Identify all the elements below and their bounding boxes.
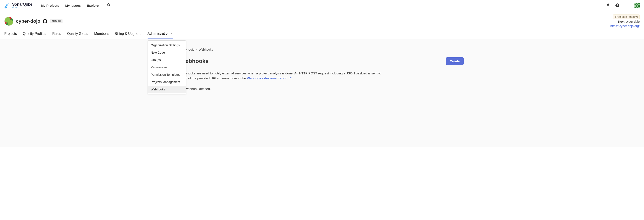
administration-dropdown: Organization SettingsNew CodeGroupsPermi… [148,40,186,94]
github-icon[interactable] [43,19,47,23]
breadcrumb-current: Webhooks [199,48,213,51]
breadcrumb: cyber-dojo Webhooks [180,48,464,51]
admin-menu-item[interactable]: Projects Management [148,78,186,86]
external-link-icon [289,76,292,81]
avatar[interactable] [634,3,640,8]
top-tools: ? [606,3,640,8]
page-description: Webhooks are used to notify external ser… [180,71,388,81]
org-meta: Free plan (legacy) Key: cyber-dojo https… [610,14,640,28]
logo-text-2: Qube [23,2,32,6]
tab-projects[interactable]: Projects [4,32,17,39]
tab-quality-gates[interactable]: Quality Gates [67,32,88,39]
admin-menu-item[interactable]: Organization Settings [148,42,186,49]
logo[interactable]: SonarQube cloud [4,2,32,9]
search-icon[interactable] [107,3,111,8]
admin-menu-item[interactable]: Webhooks [148,86,186,93]
tab-members[interactable]: Members [94,32,109,39]
svg-point-1 [107,4,110,6]
top-bar: SonarQube cloud My Projects My Issues Ex… [0,0,644,11]
create-button[interactable]: Create [446,57,464,65]
svg-line-2 [109,6,110,6]
org-name: cyber-dojo [16,18,40,24]
tab-quality-profiles[interactable]: Quality Profiles [23,32,46,39]
plus-icon[interactable] [625,3,629,8]
admin-menu-item[interactable]: Permissions [148,64,186,71]
chevron-right-icon [196,48,197,51]
org-key: Key: cyber-dojo [610,20,640,23]
tab-administration[interactable]: Administration Organization SettingsNew … [148,32,173,39]
org-url-link[interactable]: https://cyber-dojo.org/ [610,24,640,28]
admin-menu-item[interactable]: Groups [148,56,186,64]
logo-sub: cloud [12,6,32,9]
sonarqube-icon [4,2,11,9]
help-icon[interactable]: ? [616,4,619,7]
nav-my-issues[interactable]: My Issues [65,4,81,7]
nav-explore[interactable]: Explore [87,4,99,7]
tab-rules[interactable]: Rules [52,32,61,39]
org-tabs: Projects Quality Profiles Rules Quality … [4,32,640,39]
docs-link[interactable]: Webhooks documentation [247,76,292,80]
page-body: cyber-dojo Webhooks Webhooks Create Webh… [0,39,644,147]
empty-state: No webhook defined. [180,87,464,91]
admin-menu-item[interactable]: New Code [148,49,186,56]
visibility-badge: PUBLIC [50,19,62,23]
nav-my-projects[interactable]: My Projects [41,4,59,7]
org-avatar [4,17,14,26]
chevron-down-icon [171,32,173,35]
plan-badge: Free plan (legacy) [613,14,640,19]
tab-billing[interactable]: Billing & Upgrade [115,32,142,39]
org-header: cyber-dojo PUBLIC Free plan (legacy) Key… [0,11,644,39]
admin-menu-item[interactable]: Permission Templates [148,71,186,78]
logo-text-1: Sonar [12,2,23,6]
bell-icon[interactable] [606,3,610,8]
top-nav: My Projects My Issues Explore [41,3,111,8]
